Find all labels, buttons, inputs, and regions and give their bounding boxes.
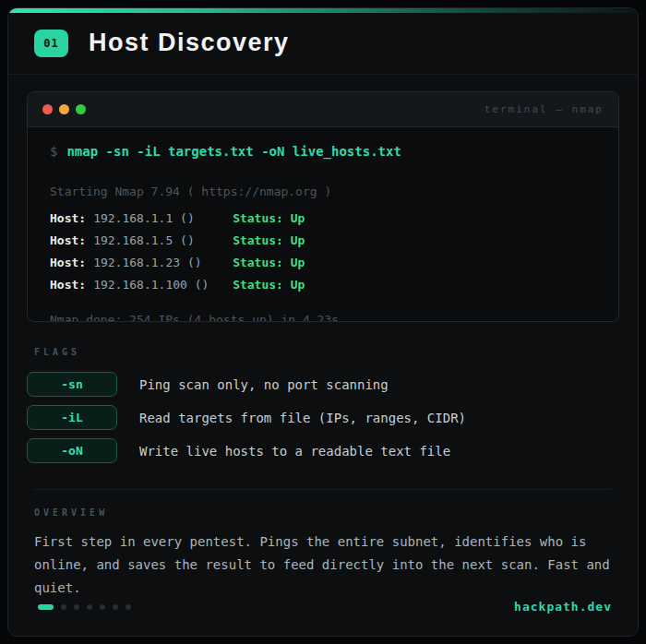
- page-dot[interactable]: [87, 604, 92, 610]
- command-line: $nmap -sn -iL targets.txt -oN live_hosts…: [50, 144, 596, 159]
- flag-badge[interactable]: -oN: [27, 438, 117, 463]
- host-address: 192.168.1.23 (): [93, 252, 233, 274]
- terminal-host-lines: Host:192.168.1.1 ()Status: UpHost:192.16…: [50, 208, 596, 296]
- host-label: Host:: [50, 252, 86, 274]
- shell-prompt: $: [50, 144, 57, 159]
- maximize-icon[interactable]: [76, 104, 86, 114]
- pagination-dots: [38, 604, 131, 610]
- page-dot[interactable]: [100, 604, 105, 610]
- host-address: 192.168.1.100 (): [93, 274, 233, 296]
- terminal-body[interactable]: $nmap -sn -iL targets.txt -oN live_hosts…: [28, 127, 618, 322]
- minimize-icon[interactable]: [59, 104, 69, 114]
- page-dot-active[interactable]: [38, 604, 54, 610]
- host-label: Host:: [50, 208, 86, 230]
- overview-section-label: OVERVIEW: [8, 507, 638, 518]
- terminal-host-line: Host:192.168.1.1 ()Status: Up: [50, 208, 596, 230]
- step-number-badge: 01: [34, 30, 68, 57]
- host-status: Status: Up: [233, 208, 305, 230]
- terminal-host-line: Host:192.168.1.5 ()Status: Up: [50, 230, 596, 252]
- flag-row: -iLRead targets from file (IPs, ranges, …: [27, 405, 619, 430]
- terminal-host-line: Host:192.168.1.23 ()Status: Up: [50, 252, 596, 274]
- flag-description: Write live hosts to a readable text file: [139, 444, 450, 459]
- flag-description: Read targets from file (IPs, ranges, CID…: [139, 411, 466, 425]
- terminal-title: terminal — nmap: [484, 103, 604, 115]
- flag-row: -oNWrite live hosts to a readable text f…: [27, 438, 619, 463]
- host-status: Status: Up: [233, 230, 305, 252]
- host-address: 192.168.1.1 (): [93, 208, 233, 230]
- flag-description: Ping scan only, no port scanning: [139, 377, 389, 392]
- terminal-window: terminal — nmap $nmap -sn -iL targets.tx…: [27, 91, 619, 322]
- overview-text: First step in every pentest. Pings the e…: [34, 531, 612, 600]
- page-dot[interactable]: [113, 604, 118, 610]
- traffic-lights: [42, 104, 86, 114]
- host-discovery-card: 01 Host Discovery terminal — nmap $nmap …: [7, 7, 639, 637]
- host-status: Status: Up: [233, 252, 305, 274]
- flag-badge[interactable]: -sn: [27, 372, 117, 397]
- nmap-starting-line: Starting Nmap 7.94 ( https://nmap.org ): [50, 184, 596, 200]
- flag-badge[interactable]: -iL: [27, 405, 117, 430]
- host-address: 192.168.1.5 (): [93, 230, 233, 252]
- flag-rows: -snPing scan only, no port scanning-iLRe…: [27, 372, 619, 471]
- nmap-done-line: Nmap done: 254 IPs (4 hosts up) in 4.23s: [50, 312, 596, 322]
- host-label: Host:: [50, 274, 86, 296]
- flags-section-label: FLAGS: [8, 347, 638, 357]
- page-dot[interactable]: [74, 604, 79, 610]
- flag-row: -snPing scan only, no port scanning: [27, 372, 619, 397]
- close-icon[interactable]: [42, 104, 53, 114]
- page-dot[interactable]: [61, 604, 66, 610]
- site-link[interactable]: hackpath.dev: [514, 600, 612, 614]
- host-label: Host:: [50, 230, 86, 252]
- section-divider: [34, 489, 612, 490]
- card-footer: hackpath.dev: [8, 600, 638, 636]
- card-header: 01 Host Discovery: [8, 13, 638, 75]
- page-title: Host Discovery: [89, 29, 290, 57]
- terminal-host-line: Host:192.168.1.100 ()Status: Up: [50, 274, 596, 296]
- nmap-command: nmap -sn -iL targets.txt -oN live_hosts.…: [66, 144, 401, 159]
- host-status: Status: Up: [233, 274, 305, 296]
- page-dot[interactable]: [126, 604, 131, 610]
- terminal-titlebar: terminal — nmap: [28, 92, 618, 127]
